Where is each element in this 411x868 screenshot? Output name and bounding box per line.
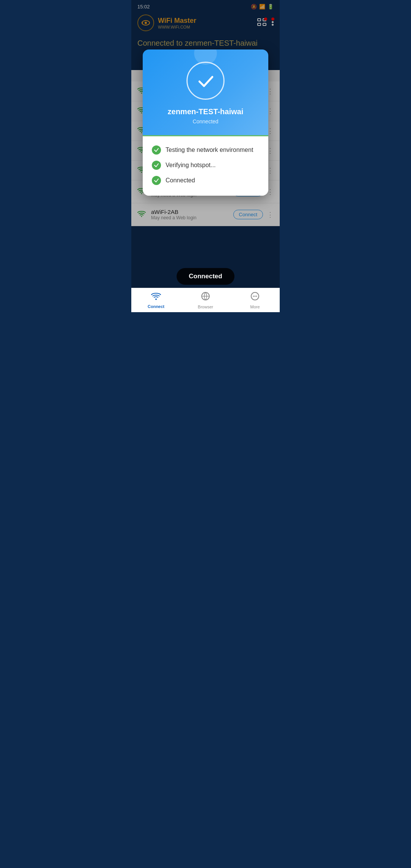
connect-nav-icon [151,292,161,303]
toast-notification: Connected [177,268,234,285]
modal-ssid: zenmen-TEST-haiwai [168,107,244,116]
svg-point-21 [253,295,254,297]
nav-more[interactable]: More [230,288,280,312]
toast-text: Connected [189,273,222,280]
nav-connect[interactable]: Connect [131,288,181,312]
svg-point-23 [256,295,257,297]
check-icon [152,145,161,155]
check-item-3: Connected [152,176,259,185]
svg-point-22 [255,295,256,297]
bottom-navigation: Connect Browser More [131,288,280,312]
check-item-label: Verifying hotspot... [166,162,216,169]
modal-top-section: zenmen-TEST-haiwai Connected [143,49,268,135]
more-nav-label: More [250,305,260,309]
modal-status-text: Connected [193,118,218,124]
checkmark-circle [186,62,225,100]
svg-point-17 [155,298,157,300]
modal-bottom-section: Testing the network environment Verifyin… [143,136,268,196]
check-icon [152,161,161,170]
check-item-2: Verifying hotspot... [152,161,259,170]
nav-browser[interactable]: Browser [181,288,230,312]
check-icon [152,176,161,185]
check-item-label: Connected [166,177,195,184]
check-item-1: Testing the network environment [152,145,259,155]
browser-nav-label: Browser [198,305,213,309]
connect-nav-label: Connect [148,304,164,309]
browser-nav-icon [201,292,210,303]
connection-modal: zenmen-TEST-haiwai Connected Testing the… [143,49,268,196]
modal-overlay: zenmen-TEST-haiwai Connected Testing the… [131,0,280,312]
more-nav-icon [250,292,260,303]
check-item-label: Testing the network environment [166,147,253,153]
